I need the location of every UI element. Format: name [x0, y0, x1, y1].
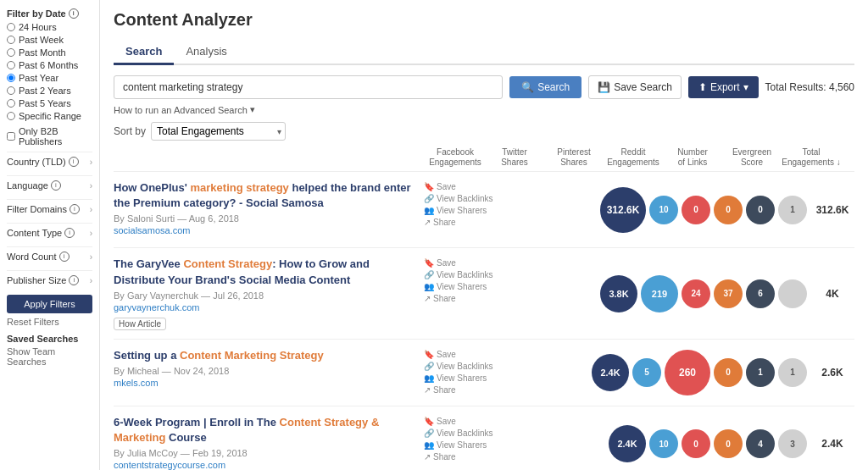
metric-bubble-evergreen: 1 — [778, 358, 807, 387]
link-icon: 🔗 — [424, 194, 434, 203]
chevron-right-icon: › — [90, 181, 92, 191]
date-option-week[interactable]: Past Week — [7, 35, 92, 45]
metric-bubble-evergreen: 1 — [778, 196, 807, 224]
arrow-icon: ↗ — [424, 452, 431, 462]
view-sharers-action[interactable]: 👥View Sharers — [424, 206, 500, 215]
filter-info-icon[interactable]: i — [59, 252, 70, 262]
save-action[interactable]: 🔖Save — [424, 182, 500, 191]
sort-select[interactable]: Total EngagementsFacebook EngagementsTwi… — [151, 122, 286, 141]
share-action[interactable]: ↗Share — [424, 218, 500, 227]
save-action[interactable]: 🔖Save — [424, 258, 500, 268]
result-title[interactable]: How OnePlus' marketing strategy helped t… — [114, 180, 417, 211]
filter-date-info-icon[interactable]: i — [69, 8, 79, 19]
date-option-year[interactable]: Past Year — [7, 73, 92, 83]
chevron-right-icon: › — [90, 205, 92, 214]
filter-language[interactable]: Language i › — [7, 175, 92, 195]
date-option-label: Past 2 Years — [19, 86, 71, 96]
show-team-searches-link[interactable]: Show Team Searches — [7, 346, 55, 367]
result-title[interactable]: 6-Week Program | Enroll in The Content S… — [114, 415, 417, 445]
filter-label: Language — [7, 180, 48, 191]
filter-country-tld[interactable]: Country (TLD) i › — [7, 152, 92, 171]
filter-info-icon[interactable]: i — [69, 157, 79, 167]
filter-publisher-size[interactable]: Publisher Size i › — [7, 270, 92, 290]
date-radio-month[interactable] — [7, 48, 15, 57]
total-engagements: 2.6K — [810, 367, 854, 379]
save-search-button[interactable]: 💾 Save Search — [588, 75, 682, 99]
result-title[interactable]: The GaryVee Content Strategy: How to Gro… — [114, 257, 417, 287]
chevron-right-icon: › — [90, 276, 92, 285]
filter-info-icon[interactable]: i — [64, 228, 75, 238]
advanced-search-link[interactable]: How to run an Advanced Search ▾ — [114, 104, 854, 115]
bookmark-icon: 🔖 — [424, 417, 434, 426]
date-option-label: Past 5 Years — [19, 98, 71, 108]
save-action[interactable]: 🔖Save — [424, 350, 500, 359]
metric-bubble-twitter: 10 — [649, 196, 678, 224]
filter-info-icon[interactable]: i — [70, 204, 80, 214]
search-bar-row: 🔍 Search 💾 Save Search ⬆ Export ▾ Total … — [114, 75, 854, 99]
view-backlinks-action[interactable]: 🔗View Backlinks — [424, 362, 500, 371]
export-button[interactable]: ⬆ Export ▾ — [688, 76, 759, 98]
tab-analysis[interactable]: Analysis — [174, 40, 238, 65]
filter-info-icon[interactable]: i — [51, 180, 61, 191]
reset-filters-link[interactable]: Reset Filters — [7, 317, 92, 327]
filter-word-count[interactable]: Word Count i › — [7, 246, 92, 266]
b2b-publishers-checkbox[interactable] — [7, 132, 15, 141]
view-backlinks-action[interactable]: 🔗View Backlinks — [424, 194, 500, 203]
result-domain[interactable]: contentstrategycourse.com — [114, 460, 417, 470]
filter-label: Country (TLD) — [7, 157, 66, 167]
date-radio-week[interactable] — [7, 36, 15, 44]
sort-label: Sort by — [114, 125, 146, 137]
share-action[interactable]: ↗Share — [424, 385, 500, 395]
tab-search[interactable]: Search — [114, 40, 174, 65]
save-action[interactable]: 🔖Save — [424, 417, 500, 426]
page-title: Content Analyzer — [114, 10, 854, 30]
result-domain[interactable]: garyvaynerchuk.com — [114, 302, 417, 312]
view-sharers-action[interactable]: 👥View Sharers — [424, 282, 500, 291]
filter-filter-domains[interactable]: Filter Domains i › — [7, 199, 92, 218]
date-radio-5years[interactable] — [7, 99, 15, 108]
result-actions: 🔖Save 🔗View Backlinks 👥View Sharers ↗Sha… — [424, 348, 500, 397]
share-action[interactable]: ↗Share — [424, 452, 500, 462]
filter-by-date-label: Filter by Date — [7, 8, 66, 19]
apply-filters-button[interactable]: Apply Filters — [7, 295, 92, 313]
date-option-24h[interactable]: 24 Hours — [7, 22, 92, 32]
date-radio-2years[interactable] — [7, 86, 15, 95]
result-domain[interactable]: mkels.com — [114, 378, 417, 388]
date-radio-6months[interactable] — [7, 61, 15, 69]
date-option-2years[interactable]: Past 2 Years — [7, 86, 92, 96]
date-radio-24h[interactable] — [7, 23, 15, 31]
view-sharers-action[interactable]: 👥View Sharers — [424, 373, 500, 383]
col-header-4: Numberof Links — [663, 147, 722, 168]
metric-bubble-evergreen: 3 — [778, 429, 807, 458]
date-radio-year[interactable] — [7, 74, 15, 82]
view-backlinks-action[interactable]: 🔗View Backlinks — [424, 429, 500, 438]
search-button[interactable]: 🔍 Search — [509, 76, 581, 98]
result-title[interactable]: Setting up a Content Marketing Strategy — [114, 348, 417, 363]
view-sharers-action[interactable]: 👥View Sharers — [424, 440, 500, 450]
share-action[interactable]: ↗Share — [424, 294, 500, 303]
filter-content-type[interactable]: Content Type i › — [7, 223, 92, 242]
chevron-right-icon: › — [90, 158, 92, 167]
filter-label: Content Type — [7, 228, 62, 238]
search-input[interactable] — [114, 75, 503, 99]
date-option-month[interactable]: Past Month — [7, 47, 92, 58]
date-option-5years[interactable]: Past 5 Years — [7, 98, 92, 108]
filter-info-icon[interactable]: i — [69, 275, 79, 285]
date-radio-range[interactable] — [7, 112, 15, 120]
share-icon: 👥 — [424, 440, 434, 450]
result-item: 6-Week Program | Enroll in The Content S… — [114, 406, 854, 470]
view-backlinks-action[interactable]: 🔗View Backlinks — [424, 270, 500, 279]
share-icon: 👥 — [424, 373, 434, 383]
result-domain[interactable]: socialsamosa.com — [114, 225, 417, 235]
arrow-icon: ↗ — [424, 294, 431, 303]
date-option-label: Specific Range — [19, 111, 81, 121]
metric-bubble-pinterest: 24 — [682, 279, 710, 308]
b2b-publishers-row[interactable]: Only B2B Publishers — [7, 126, 92, 147]
save-icon: 💾 — [598, 81, 610, 93]
arrow-icon: ↗ — [424, 218, 431, 227]
metric-bubble-links: 4 — [746, 429, 775, 458]
date-option-6months[interactable]: Past 6 Months — [7, 60, 92, 70]
metric-bubble-facebook: 312.6K — [600, 187, 646, 233]
date-option-range[interactable]: Specific Range — [7, 111, 92, 121]
metric-bubble-facebook: 2.4K — [609, 425, 646, 462]
